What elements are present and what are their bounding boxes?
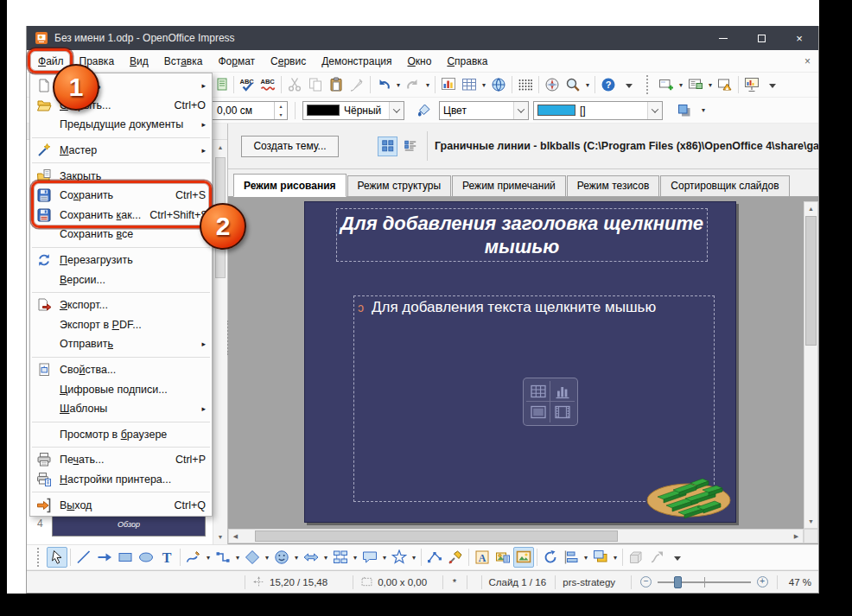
paste-icon[interactable] [326,74,347,95]
slide[interactable]: Для добавления заголовка щелкните мышью … [304,201,736,523]
slides-panel-scrollbar[interactable]: ▲ ▼ [213,140,227,544]
arrow-icon[interactable] [94,547,115,568]
presentation-icon[interactable] [741,74,762,95]
overflow-icon[interactable] [667,547,688,568]
zoom-icon[interactable] [563,74,583,95]
insert-image-icon[interactable] [526,402,550,422]
gallery-icon-view-toggle[interactable] [378,137,397,156]
symbol-shapes-icon[interactable] [271,547,292,568]
fill-style-dropdown[interactable] [513,102,528,119]
zoom-in-icon[interactable]: + [757,576,768,587]
basic-shapes-icon[interactable] [242,547,263,568]
file-menu-item-send[interactable]: Отправить▸ [30,334,212,354]
connector-icon[interactable] [213,547,233,568]
insert-movie-icon[interactable] [550,402,575,422]
dropdown-arrow-icon[interactable]: ▾ [582,554,590,562]
document-close-icon[interactable]: × [804,55,811,67]
file-menu-item-save[interactable]: СохранитьCtrl+S [30,186,212,206]
callouts-icon[interactable] [359,547,380,568]
text-icon[interactable]: T [156,547,177,568]
chart-icon[interactable] [438,74,459,95]
file-menu-item-properties[interactable]: Свойства... [30,360,212,380]
scroll-right-icon[interactable]: ▶ [790,530,803,543]
scroll-left-icon[interactable]: ◀ [229,530,242,543]
file-menu-item-preview-browser[interactable]: Просмотр в браузере [30,425,212,445]
title-placeholder[interactable]: Для добавления заголовка щелкните мышью [336,208,708,262]
file-menu-item-wizard[interactable]: Мастер▸ [30,141,212,161]
menubar-item-window[interactable]: Окно [399,50,439,73]
file-menu-item-export-pdf[interactable]: Экспорт в PDF... [30,315,212,335]
slide-layout-icon[interactable] [685,74,706,95]
zoom-track[interactable] [658,581,751,583]
toolbar-grip[interactable] [646,75,652,94]
overflow-icon[interactable] [762,74,783,95]
dropdown-arrow-icon[interactable]: ▾ [611,554,620,562]
ellipse-icon[interactable] [136,547,156,568]
dropdown-arrow-icon[interactable]: ▾ [706,81,715,89]
file-menu-item-close[interactable]: Закрыть [30,166,212,186]
autospellcheck-icon[interactable]: ABC [258,74,278,95]
slide-canvas[interactable]: Для добавления заголовка щелкните мышью … [228,197,818,544]
zoom-thumb[interactable] [674,576,682,588]
scrollbar-thumb[interactable] [255,530,618,542]
gallery-view-icon[interactable] [513,547,534,568]
menubar-item-tools[interactable]: Сервис [263,50,314,73]
file-menu-item-versions[interactable]: Версии... [30,270,212,289]
dropdown-arrow-icon[interactable]: ▾ [677,81,685,89]
glue-points-icon[interactable] [445,547,466,568]
dropdown-arrow-icon[interactable]: ▾ [263,554,271,562]
line-icon[interactable] [73,547,94,568]
minimize-button[interactable] [704,26,742,50]
menubar-item-slideshow[interactable]: Демонстрация [314,50,399,73]
zoom-level[interactable]: 47 % [778,577,818,587]
file-menu-item-templates[interactable]: Шаблоны▸ [30,399,212,419]
paint-bucket-icon[interactable] [414,100,435,121]
scrollbar-thumb[interactable] [805,216,817,346]
file-menu-item-reload[interactable]: Перезагрузить [30,251,212,270]
maximize-button[interactable] [742,26,780,50]
gallery-detail-view-toggle[interactable] [400,137,420,156]
dropdown-arrow-icon[interactable]: ▾ [292,554,301,562]
line-color-dropdown[interactable] [389,102,404,119]
shadow-icon[interactable] [674,100,695,121]
document-partial-icon[interactable] [210,74,231,95]
scroll-down-icon[interactable]: ▼ [213,530,227,543]
tab-outline[interactable]: Режим структуры [347,175,452,196]
slide-design-icon[interactable] [715,74,735,95]
dropdown-arrow-icon[interactable]: ▾ [410,554,418,562]
line-width-input[interactable]: 0,00 см ▴▾ [212,101,288,120]
insert-table-icon[interactable] [526,381,550,402]
menubar-item-insert[interactable]: Вставка [156,50,211,73]
file-menu-item-exit[interactable]: ВыходCtrl+Q [30,495,212,515]
menubar-item-help[interactable]: Справка [439,50,495,73]
scroll-down-icon[interactable]: ▼ [804,515,817,528]
spellcheck-icon[interactable]: ABC [237,74,258,95]
table-icon[interactable] [459,74,480,95]
flowchart-icon[interactable] [330,547,351,568]
navigator-icon[interactable] [542,74,563,95]
maze-clipart[interactable] [640,464,742,521]
template-name-field[interactable]: prs-strategy [556,571,631,593]
scroll-up-icon[interactable]: ▲ [804,202,817,215]
fill-style-select[interactable]: Цвет [439,101,529,120]
cursor-position-field[interactable]: 15,20 / 15,48 [245,571,353,593]
tab-notes[interactable]: Режим примечаний [452,175,566,196]
vertical-scrollbar[interactable]: ▲ ▼ [804,201,818,529]
tab-handout[interactable]: Режим тезисов [567,175,660,196]
line-width-stepper[interactable]: ▴▾ [274,102,287,119]
file-menu-item-print[interactable]: Печать...Ctrl+P [30,450,212,470]
file-menu-item-digital-signatures[interactable]: Цифровые подписи... [30,379,212,399]
zoom-slider[interactable]: − + [632,576,777,587]
tab-drawing[interactable]: Режим рисования [233,174,347,197]
dropdown-arrow-icon[interactable]: ▾ [394,81,403,89]
dropdown-arrow-icon[interactable]: ▾ [351,554,359,562]
dropdown-arrow-icon[interactable]: ▾ [480,81,488,89]
file-menu-item-export[interactable]: Экспорт... [30,295,212,315]
edit-points-icon[interactable] [424,547,445,568]
horizontal-scrollbar[interactable]: ◀ ▶ [228,529,804,543]
dropdown-arrow-icon[interactable]: ▾ [583,81,592,89]
file-menu-item-recent[interactable]: Предыдущие документы▸ [30,115,212,135]
from-file-icon[interactable] [493,547,513,568]
line-color-select[interactable]: Чёрный [302,101,404,120]
toolbar-overflow-icon[interactable]: ▾ [699,106,708,114]
